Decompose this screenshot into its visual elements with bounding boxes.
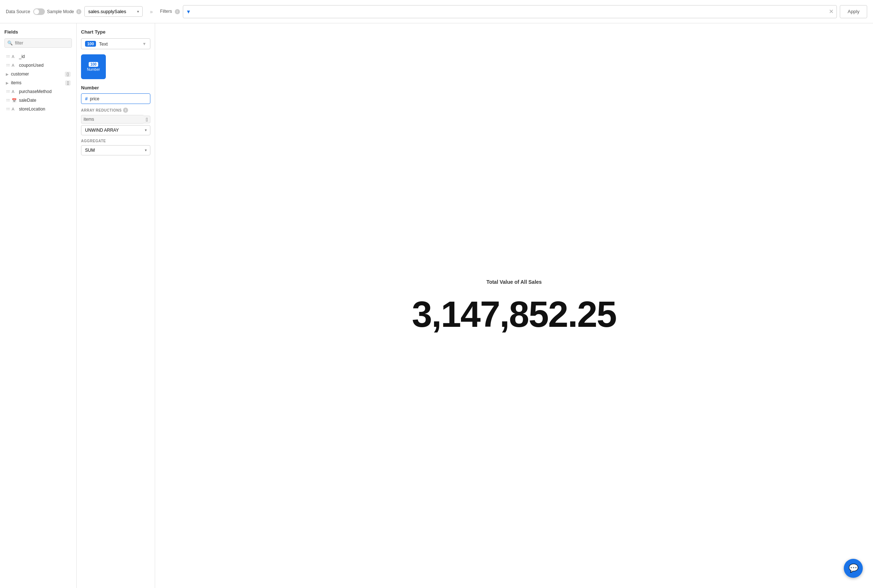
field-type-string-icon: A [12,54,17,59]
array-reductions-title: ARRAY REDUCTIONS i [81,108,150,113]
filter-clear-icon[interactable]: ✕ [829,8,834,15]
chat-bubble-icon: 💬 [849,564,858,573]
filter-icon: ▼ [186,9,191,15]
drag-handle-purchasemethod: ⠿⠿ [6,90,9,94]
aggregate-title: AGGREGATE [81,139,150,143]
drag-handle-id: ⠿⠿ [6,55,9,59]
field-badge-customer: {} [65,72,71,76]
field-type-date-icon: 📅 [12,98,17,103]
main-layout: Fields 🔍 ⠿⠿ A _id ⠿⠿ A couponUsed ▶ cust… [0,23,873,588]
chart-panel-title: Chart Type [81,29,150,34]
field-badge-items: [] [65,81,71,86]
apply-button[interactable]: Apply [840,5,867,18]
datasource-select-wrapper: sales.supplySales [84,6,143,17]
datasource-label: Data Source [6,9,30,14]
unwind-select-wrap: UNWIND ARRAY COUNT SUM AVG [81,125,150,135]
filter-bar[interactable]: ▼ ✕ [183,5,837,18]
chat-bubble-button[interactable]: 💬 [844,559,863,578]
array-field-badge: [] [143,116,150,123]
number-section-title: Number [81,85,150,90]
number-field-box: # price [81,93,150,104]
chart-display: Total Value of All Sales 3,147,852.25 [155,23,873,588]
chart-type-label: Text [99,41,140,47]
chart-panel: Chart Type 100 Text ▼ 100 Number Number … [77,23,155,588]
field-item-purchasemethod[interactable]: ⠿⠿ A purchaseMethod [5,87,72,96]
array-reductions-info-icon[interactable]: i [123,108,128,113]
chart-option-badge: 100 [89,62,99,67]
field-item-couponused[interactable]: ⠿⠿ A couponUsed [5,61,72,70]
hash-icon: # [85,96,87,101]
number-field-name: price [90,96,99,101]
chart-option-number[interactable]: 100 Number [81,54,106,79]
search-input-wrap: 🔍 [5,38,72,48]
filters-label: Filters i [160,9,180,14]
field-type-string-icon4: A [12,107,17,111]
aggregate-select-wrap: SUM COUNT AVG MIN MAX [81,145,150,155]
sample-mode-toggle[interactable] [33,8,45,15]
filters-info-icon[interactable]: i [175,9,180,14]
field-name-saledate: saleDate [19,98,71,103]
field-item-customer[interactable]: ▶ customer {} [5,70,72,78]
unwind-select[interactable]: UNWIND ARRAY COUNT SUM AVG [81,125,150,135]
field-item-items[interactable]: ▶ items [] [5,78,72,87]
expand-customer-icon: ▶ [6,72,9,76]
fields-panel-title: Fields [5,29,72,34]
chevron-double-icon: » [150,9,153,15]
field-name-items: items [11,80,63,86]
field-name-customer: customer [11,72,63,76]
datasource-select[interactable]: sales.supplySales [84,6,143,17]
field-name-id: _id [19,54,71,59]
search-icon: 🔍 [7,40,13,46]
drag-handle-storelocation: ⠿⠿ [6,107,9,111]
top-bar: Data Source Sample Mode i sales.supplySa… [0,0,873,23]
datasource-section: Data Source Sample Mode i sales.supplySa… [6,6,143,17]
field-name-storelocation: storeLocation [19,106,71,112]
drag-handle-saledate: ⠿⠿ [6,99,9,102]
sample-mode-toggle-wrap: Sample Mode i [33,8,81,15]
fields-panel: Fields 🔍 ⠿⠿ A _id ⠿⠿ A couponUsed ▶ cust… [0,23,77,588]
chart-title: Total Value of All Sales [487,279,542,285]
field-type-string-icon3: A [12,89,17,94]
field-item-storelocation[interactable]: ⠿⠿ A storeLocation [5,105,72,114]
chart-type-dropdown-arrow: ▼ [142,42,146,46]
expand-items-icon: ▶ [6,81,9,85]
field-name-couponused: couponUsed [19,63,71,68]
drag-handle-couponused: ⠿⠿ [6,63,9,68]
sample-mode-label: Sample Mode [47,9,74,14]
field-item-id[interactable]: ⠿⠿ A _id [5,52,72,61]
chart-type-dropdown[interactable]: 100 Text ▼ [81,38,150,49]
fields-search-input[interactable] [5,38,72,48]
sample-mode-info-icon[interactable]: i [76,9,81,14]
field-name-purchasemethod: purchaseMethod [19,89,71,94]
field-type-string-icon2: A [12,63,17,68]
chart-big-number: 3,147,852.25 [412,296,616,332]
chart-option-label: Number [87,68,100,72]
array-field-row: items [] [81,115,150,124]
field-item-saledate[interactable]: ⠿⠿ 📅 saleDate [5,96,72,105]
filters-section: Filters i ▼ ✕ Apply [160,5,867,18]
chart-type-badge: 100 [85,41,96,47]
array-field-name: items [81,115,143,124]
aggregate-select[interactable]: SUM COUNT AVG MIN MAX [81,145,150,155]
